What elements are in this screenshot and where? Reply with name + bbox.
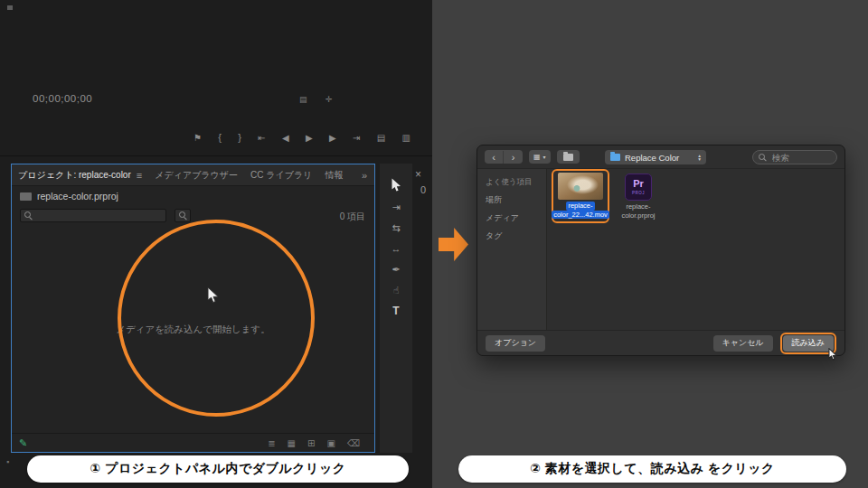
hand-tool[interactable]: ☝ [393, 284, 400, 296]
cancel-button[interactable]: キャンセル [713, 335, 773, 352]
icon-view-icon[interactable]: ▦ [288, 438, 296, 448]
rate-stretch-tool[interactable]: ↔ [392, 242, 401, 255]
pen-tool[interactable]: ✒ [392, 263, 400, 276]
search-filter-icon[interactable] [175, 209, 191, 222]
sidebar-item-locations[interactable]: 場所 [477, 191, 546, 209]
go-to-in-button[interactable]: ⇤ [258, 133, 265, 143]
dialog-search-input[interactable] [770, 152, 831, 164]
grid-view-icon: ▦ [533, 153, 541, 161]
step-forward-button[interactable]: ▶ [329, 133, 336, 143]
chevron-down-icon: ▾ [698, 157, 701, 162]
selection-tool[interactable] [391, 178, 401, 192]
file-name-line: replace- [566, 202, 594, 211]
import-button[interactable]: 読み込み [783, 335, 834, 352]
file-name-line: color.prproj [621, 211, 655, 221]
file-name: replace- color.prproj [621, 202, 655, 220]
tab-media-browser[interactable]: メディアブラウザー [148, 164, 244, 185]
folder-icon [563, 154, 573, 161]
sidebar-item-media[interactable]: メディア [477, 209, 546, 227]
panel-menu-icon[interactable]: ≡ [137, 170, 142, 181]
add-marker-button[interactable]: ⚑ [193, 133, 202, 143]
premiere-project-icon: Pr PROJ [625, 174, 652, 201]
new-item-icon[interactable]: ▣ [326, 438, 335, 448]
screen: 00;00;00;00 ▤ ✛ ⚑ { } ⇤ ◀ ▶ ▶ ⇥ ▤ ▥ プロジェ… [0, 0, 868, 488]
search-icon [179, 211, 187, 220]
pr-proj-text: PROJ [632, 191, 645, 195]
video-thumbnail [558, 173, 603, 200]
search-icon [24, 211, 33, 220]
file-name-line: replace- [626, 202, 650, 211]
panel-tab-bar: プロジェクト: replace-color ≡ メディアブラウザー CC ライブ… [12, 164, 374, 186]
snap-icon[interactable]: ✛ [326, 95, 333, 104]
file-item-project[interactable]: Pr PROJ replace- color.prproj [617, 174, 660, 220]
location-dropdown[interactable]: Replace Color ▴ ▾ [605, 150, 706, 164]
chevron-up-down-icon: ▴ ▾ [698, 154, 701, 162]
mark-in-button[interactable]: { [218, 132, 222, 143]
new-folder-button[interactable] [557, 150, 580, 164]
monitor-settings-icon[interactable]: ▤ [299, 95, 307, 104]
project-search-input[interactable] [36, 210, 162, 221]
lift-button[interactable]: ▤ [377, 133, 385, 143]
location-label: Replace Color [625, 153, 679, 163]
tab-label: メディアブラウザー [155, 169, 238, 182]
tab-overflow-icon[interactable]: » [362, 170, 374, 181]
chevron-down-icon: ▾ [543, 154, 546, 160]
ripple-edit-tool[interactable]: ⇆ [392, 221, 400, 234]
tab-label: 情報 [325, 169, 343, 182]
new-bin-icon[interactable]: ⊞ [307, 438, 315, 448]
footer-button-group: キャンセル 読み込み [713, 333, 836, 354]
view-mode-button[interactable]: ▦ ▾ [529, 150, 551, 164]
extract-button[interactable]: ▥ [402, 133, 410, 143]
monitor-panel: 00;00;00;00 ▤ ✛ ⚑ { } ⇤ ◀ ▶ ▶ ⇥ ▤ ▥ [0, 0, 432, 156]
go-to-out-button[interactable]: ⇥ [353, 133, 360, 143]
tools-panel: ⇥ ⇆ ↔ ✒ ☝ T [380, 164, 412, 453]
step-back-button[interactable]: ◀ [282, 133, 289, 143]
project-panel-footer: ✎ ≣ ▦ ⊞ ▣ ⌫ [12, 433, 374, 452]
project-file-icon [20, 192, 32, 201]
pencil-icon[interactable]: ✎ [19, 437, 27, 449]
project-search-box[interactable] [20, 209, 166, 222]
import-dialog: ‹ › ▦ ▾ Replace Color ▴ ▾ [476, 145, 845, 356]
clipped-timecode: 0 [420, 184, 426, 195]
tab-label: CC ライブラリ [250, 169, 312, 182]
status-bar-icon: ▪ [6, 457, 9, 466]
file-name: replace- color_22...42.mov [552, 202, 609, 219]
type-tool[interactable]: T [392, 305, 399, 317]
project-file-name: replace-color.prproj [37, 191, 118, 202]
folder-icon [610, 154, 620, 161]
search-icon [759, 154, 767, 162]
annotation-circle [118, 220, 315, 417]
pr-logo-text: Pr [633, 179, 644, 189]
dialog-sidebar: よく使う項目 場所 メディア タグ [477, 169, 547, 330]
play-button[interactable]: ▶ [306, 133, 313, 143]
mouse-cursor [828, 348, 837, 361]
dialog-search-field[interactable] [752, 150, 837, 164]
nav-button-group: ‹ › [485, 150, 523, 164]
dialog-toolbar: ‹ › ▦ ▾ Replace Color ▴ ▾ [477, 145, 844, 169]
annotation-ring: replace- color_22...42.mov [552, 169, 609, 223]
mouse-cursor [207, 286, 219, 304]
panel-close-icon[interactable]: × [415, 168, 421, 181]
transport-controls: ⚑ { } ⇤ ◀ ▶ ▶ ⇥ ▤ ▥ [193, 132, 410, 143]
list-view-icon[interactable]: ≣ [268, 438, 275, 448]
annotation-ring: 読み込み [780, 333, 836, 354]
step2-caption: ② 素材を選択して、読み込み をクリック [458, 455, 846, 483]
tab-project[interactable]: プロジェクト: replace-color ≡ [12, 164, 148, 185]
sidebar-item-tags[interactable]: タグ [477, 227, 546, 245]
track-select-tool[interactable]: ⇥ [392, 201, 400, 213]
tab-cc-libraries[interactable]: CC ライブラリ [244, 164, 318, 185]
options-button[interactable]: オプション [486, 335, 545, 352]
project-file-row: replace-color.prproj [12, 186, 374, 206]
step1-caption: ① プロジェクトパネル内でダブルクリック [27, 455, 409, 483]
forward-button[interactable]: › [504, 151, 523, 164]
mark-out-button[interactable]: } [238, 132, 241, 143]
file-item-movie[interactable]: replace- color_22...42.mov [552, 171, 609, 221]
app-home-icon [7, 5, 13, 10]
sidebar-item-favorites[interactable]: よく使う項目 [477, 174, 546, 191]
back-button[interactable]: ‹ [485, 151, 504, 164]
dialog-footer: オプション キャンセル 読み込み [477, 330, 844, 355]
footer-icon-group: ≣ ▦ ⊞ ▣ ⌫ [268, 438, 367, 448]
tab-info[interactable]: 情報 [318, 164, 349, 185]
delete-icon[interactable]: ⌫ [347, 438, 360, 448]
item-count-label: 0 項目 [340, 211, 365, 223]
